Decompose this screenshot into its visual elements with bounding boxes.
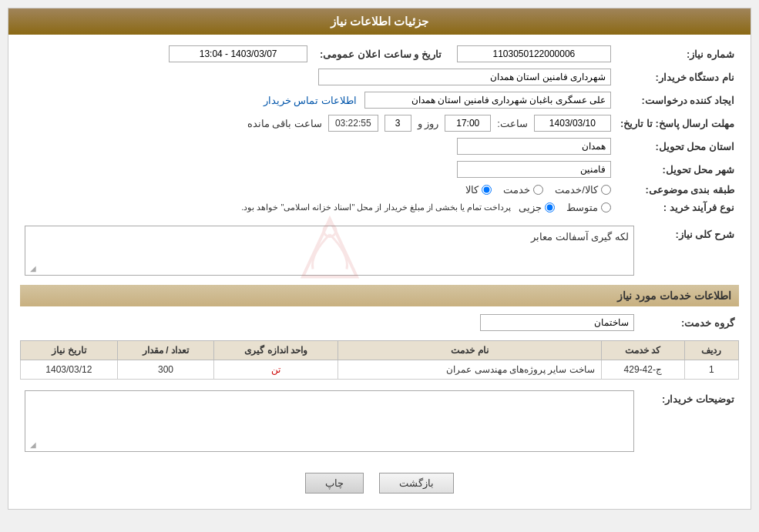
purchase-radio-jozi[interactable] xyxy=(545,202,555,212)
service-group-cell xyxy=(20,311,639,334)
resize-handle[interactable]: ◢ xyxy=(27,264,36,273)
page-title: جزئیات اطلاعات نیاز xyxy=(331,15,428,28)
row-service-group: گروه خدمت: xyxy=(20,311,739,334)
creator-cell: اطلاعات تماس خریدار xyxy=(20,89,616,112)
cell-date: 1403/03/12 xyxy=(21,360,118,380)
city-input[interactable] xyxy=(457,161,611,178)
purchase-type-cell: متوسط جزیی پرداخت تمام یا بخشی از مبلغ خ… xyxy=(20,199,616,216)
contact-link[interactable]: اطلاعات تماس خریدار xyxy=(264,95,357,106)
buyer-name-input[interactable] xyxy=(318,69,611,85)
watermark-svg xyxy=(291,215,368,284)
row-province: استان محل تحویل: xyxy=(20,135,739,158)
page-wrapper: جزئیات اطلاعات نیاز شماره نیاز: تاریخ و … xyxy=(0,0,759,532)
cell-code: ج-42-429 xyxy=(601,360,684,380)
col-name: نام خدمت xyxy=(338,341,601,360)
buyer-description-cell: ◢ xyxy=(20,387,639,455)
purchase-radio-group: متوسط جزیی xyxy=(519,202,611,213)
category-radio-khadamat[interactable] xyxy=(533,185,543,195)
announce-date-input[interactable] xyxy=(169,45,307,62)
deadline-days-label: روز و xyxy=(418,118,439,129)
print-button[interactable]: چاپ xyxy=(305,473,364,494)
purchase-type-label: نوع فرآیند خرید : xyxy=(616,199,739,216)
announce-date-cell xyxy=(20,42,312,65)
category-radio-group: کالا/خدمت خدمت کالا xyxy=(25,184,611,196)
row-buyer-name: نام دستگاه خریدار: xyxy=(20,65,739,89)
province-input[interactable] xyxy=(457,138,611,155)
need-number-cell xyxy=(446,42,616,65)
services-tbody: 1 ج-42-429 ساخت سایر پروژه‌های مهندسی عم… xyxy=(21,360,739,380)
purchase-radio-mutawaset[interactable] xyxy=(601,202,611,212)
category-radio-kala-khadamat[interactable] xyxy=(601,185,611,195)
svg-point-1 xyxy=(324,224,336,236)
city-cell xyxy=(20,158,616,181)
city-label: شهر محل تحویل: xyxy=(616,158,739,181)
category-option-kala[interactable]: کالا xyxy=(465,184,492,196)
info-table: شماره نیاز: تاریخ و ساعت اعلان عمومی: نا… xyxy=(20,42,739,216)
watermark xyxy=(291,215,368,286)
table-row: 1 ج-42-429 ساخت سایر پروژه‌های مهندسی عم… xyxy=(21,360,739,380)
col-date: تاریخ نیاز xyxy=(21,341,118,360)
category-cell: کالا/خدمت خدمت کالا xyxy=(20,181,616,199)
purchase-option-mutawaset[interactable]: متوسط xyxy=(566,202,611,213)
announce-date-label: تاریخ و ساعت اعلان عمومی: xyxy=(312,42,446,65)
row-category: طبقه بندی موضوعی: کالا/خدمت خدمت xyxy=(20,181,739,199)
content-area: شماره نیاز: تاریخ و ساعت اعلان عمومی: نا… xyxy=(8,35,751,509)
buyer-description-table: توضیحات خریدار: ◢ xyxy=(20,387,739,455)
services-section-title: اطلاعات خدمات مورد نیاز xyxy=(20,285,739,306)
page-header: جزئیات اطلاعات نیاز xyxy=(8,8,751,35)
col-row: ردیف xyxy=(684,341,738,360)
col-quantity: تعداد / مقدار xyxy=(117,341,214,360)
cell-quantity: 300 xyxy=(117,360,214,380)
category-option-khadamat[interactable]: خدمت xyxy=(503,184,543,196)
remaining-label: ساعت باقی مانده xyxy=(247,118,322,129)
need-description-box: لکه گیری آسفالت معابر ◢ xyxy=(25,226,634,276)
category-label: طبقه بندی موضوعی: xyxy=(616,181,739,199)
province-label: استان محل تحویل: xyxy=(616,135,739,158)
main-container: جزئیات اطلاعات نیاز شماره نیاز: تاریخ و … xyxy=(8,8,751,510)
buyer-name-label: نام دستگاه خریدار: xyxy=(616,65,739,89)
row-purchase-type: نوع فرآیند خرید : متوسط جزیی xyxy=(20,199,739,216)
deadline-date-input[interactable] xyxy=(534,115,611,132)
svg-marker-0 xyxy=(303,219,357,276)
buyer-name-cell xyxy=(20,65,616,89)
category-option-kala-khadamat[interactable]: کالا/خدمت xyxy=(555,184,611,196)
deadline-time-input[interactable] xyxy=(445,115,491,132)
creator-input[interactable] xyxy=(364,92,611,109)
buyer-description-label: توضیحات خریدار: xyxy=(639,387,739,455)
cell-unit: تن xyxy=(214,360,338,380)
purchase-option-jozi[interactable]: جزیی xyxy=(519,202,555,213)
col-unit: واحد اندازه گیری xyxy=(214,341,338,360)
cell-row: 1 xyxy=(684,360,738,380)
row-buyer-description: توضیحات خریدار: ◢ xyxy=(20,387,739,455)
deadline-days-input[interactable] xyxy=(385,115,411,132)
purchase-note: پرداخت تمام یا بخشی از مبلغ خریدار از مح… xyxy=(241,202,511,212)
deadline-label: مهلت ارسال پاسخ: تا تاریخ: xyxy=(616,112,739,135)
category-radio-kala[interactable] xyxy=(482,185,492,195)
row-need-description: شرح کلی نیاز: لکه گیری آسفالت معابر xyxy=(20,223,739,279)
services-header-row: ردیف کد خدمت نام خدمت واحد اندازه گیری ت… xyxy=(21,341,739,360)
deadline-time-label: ساعت: xyxy=(497,118,528,129)
need-description-text: لکه گیری آسفالت معابر xyxy=(531,231,629,243)
creator-label: ایجاد کننده درخواست: xyxy=(616,89,739,112)
deadline-cell: ساعت: روز و 03:22:55 ساعت باقی مانده xyxy=(20,112,616,135)
services-table: ردیف کد خدمت نام خدمت واحد اندازه گیری ت… xyxy=(20,340,739,380)
service-group-label: گروه خدمت: xyxy=(639,311,739,334)
service-group-input[interactable] xyxy=(480,314,634,331)
service-group-table: گروه خدمت: xyxy=(20,311,739,334)
buyer-description-resize[interactable]: ◢ xyxy=(27,440,36,450)
back-button[interactable]: بازگشت xyxy=(379,473,454,494)
need-number-input[interactable] xyxy=(457,45,611,62)
need-description-label: شرح کلی نیاز: xyxy=(639,223,739,279)
buyer-description-box[interactable]: ◢ xyxy=(25,390,634,452)
need-description-cell: لکه گیری آسفالت معابر ◢ xyxy=(20,223,639,279)
col-code: کد خدمت xyxy=(601,341,684,360)
row-city: شهر محل تحویل: xyxy=(20,158,739,181)
cell-name: ساخت سایر پروژه‌های مهندسی عمران xyxy=(338,360,601,380)
row-creator: ایجاد کننده درخواست: اطلاعات تماس خریدار xyxy=(20,89,739,112)
need-number-label: شماره نیاز: xyxy=(616,42,739,65)
services-table-head: ردیف کد خدمت نام خدمت واحد اندازه گیری ت… xyxy=(21,341,739,360)
need-description-table: شرح کلی نیاز: لکه گیری آسفالت معابر xyxy=(20,223,739,279)
remaining-time: 03:22:55 xyxy=(328,115,378,132)
row-need-number: شماره نیاز: تاریخ و ساعت اعلان عمومی: xyxy=(20,42,739,65)
province-cell xyxy=(20,135,616,158)
